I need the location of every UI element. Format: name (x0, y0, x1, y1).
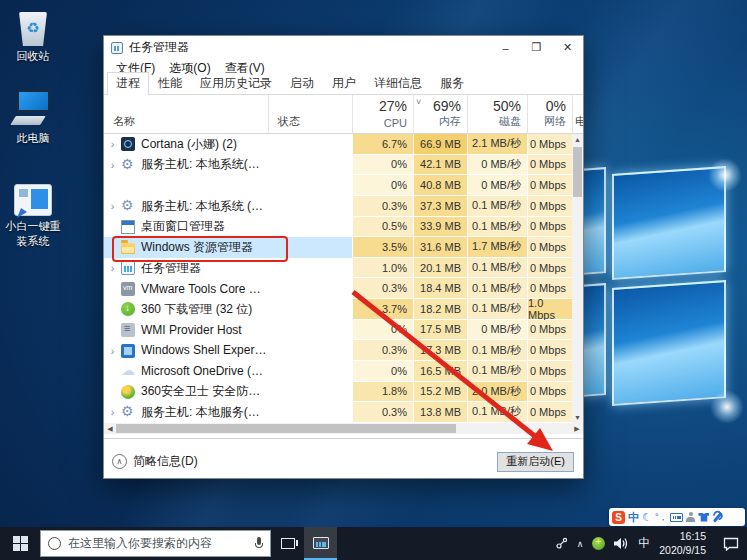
account-icon[interactable] (686, 512, 695, 522)
start-button[interactable] (0, 527, 40, 560)
fewer-details-toggle[interactable]: 简略信息(D) (133, 453, 198, 470)
process-status-cell (268, 258, 352, 279)
tab-users[interactable]: 用户 (323, 72, 365, 94)
tab-startup[interactable]: 启动 (281, 72, 323, 94)
logo-pane (612, 166, 726, 280)
process-icon-gear (121, 405, 135, 419)
expand-chevron-icon[interactable]: › (104, 159, 121, 171)
scrollbar-thumb[interactable] (573, 147, 582, 197)
process-name: Windows Shell Experience 主... (141, 342, 268, 359)
expand-chevron-icon[interactable]: › (104, 138, 121, 150)
process-cpu-cell: 0.3% (352, 278, 413, 299)
punctuation-icon[interactable]: °， (655, 513, 668, 522)
remote-access-tray-icon[interactable] (555, 537, 568, 550)
tab-details[interactable]: 详细信息 (365, 72, 431, 94)
expand-chevron-icon[interactable]: › (104, 262, 121, 274)
360-tray-icon[interactable] (592, 537, 605, 550)
skin-icon[interactable] (698, 513, 709, 522)
process-status-cell (268, 278, 352, 299)
process-disk-cell: 0.1 MB/秒 (467, 258, 527, 279)
hidden-icons-chevron[interactable]: ∧ (577, 539, 584, 549)
desktop-icon-recycle-bin[interactable]: 回收站 (2, 6, 64, 64)
tab-app-history[interactable]: 应用历史记录 (191, 72, 281, 94)
scroll-down-icon[interactable]: ▼ (572, 412, 583, 423)
process-row[interactable]: ›服务主机: 本地系统(网络受限) (7)0%42.1 MB0 MB/秒0 Mb… (104, 155, 583, 176)
process-name-cell: ›Cortana (小娜) (2) (104, 134, 268, 155)
process-mem-cell: 18.2 MB (413, 299, 467, 320)
search-input[interactable]: 在这里输入你要搜索的内容 (40, 530, 271, 557)
close-button[interactable]: ✕ (552, 36, 583, 59)
sogou-logo-icon[interactable]: S (612, 511, 625, 524)
expand-chevron-icon[interactable]: › (104, 345, 121, 357)
desktop-icon-this-pc[interactable]: 此电脑 (2, 88, 64, 146)
volume-icon[interactable] (614, 537, 629, 550)
system-tray: ∧ 中 16:15 2020/9/15 (555, 530, 747, 556)
process-row[interactable]: ›服务主机: 本地服务(网络受限) (5)0.3%13.8 MB0.1 MB/秒… (104, 402, 583, 423)
process-net-cell: 0 Mbps (527, 155, 572, 176)
microphone-icon[interactable] (255, 537, 263, 551)
minimize-button[interactable]: – (490, 36, 521, 59)
column-header-disk[interactable]: 50% 磁盘 (467, 95, 527, 133)
process-net-cell: 0 Mbps (527, 237, 572, 258)
process-row[interactable]: 360 下载管理 (32 位)3.7%18.2 MB0.1 MB/秒1.0 Mb… (104, 299, 583, 320)
column-header-network[interactable]: 0% 网络 (527, 95, 572, 133)
task-view-button[interactable] (271, 527, 304, 560)
column-header-memory[interactable]: ˅ 69% 内存 (413, 95, 467, 133)
action-center-icon[interactable] (723, 537, 739, 551)
tab-processes[interactable]: 进程 (107, 72, 149, 95)
process-net-cell: 0 Mbps (527, 258, 572, 279)
process-cpu-cell: 1.0% (352, 258, 413, 279)
maximize-button[interactable]: ❒ (521, 36, 552, 59)
process-row[interactable]: Microsoft OneDrive (32 位)0%16.5 MB0.1 MB… (104, 361, 583, 382)
process-name-cell: 360安全卫士 安全防护中心模块... (104, 382, 268, 403)
expand-chevron-icon[interactable]: › (104, 406, 121, 418)
process-row[interactable]: Windows 资源管理器3.5%31.6 MB1.7 MB/秒0 Mbps (104, 237, 583, 258)
process-row[interactable]: ›服务主机: 本地系统 (18)0.3%37.3 MB0.1 MB/秒0 Mbp… (104, 196, 583, 217)
taskbar-item-task-manager[interactable] (304, 527, 337, 560)
column-header-status[interactable]: 状态 (268, 95, 352, 133)
process-row[interactable]: WMI Provider Host0%17.5 MB0 MB/秒0 Mbps (104, 320, 583, 341)
scrollbar-thumb[interactable] (116, 424, 456, 433)
task-manager-icon (313, 537, 329, 549)
restart-button[interactable]: 重新启动(E) (497, 452, 574, 472)
tab-performance[interactable]: 性能 (149, 72, 191, 94)
vertical-scrollbar[interactable]: ▲ ▼ (572, 134, 583, 423)
process-row[interactable]: ›任务管理器1.0%20.1 MB0.1 MB/秒0 Mbps (104, 258, 583, 279)
desktop-icon-xiaobai[interactable]: 小白一键重装系统 (2, 176, 64, 249)
process-mem-cell: 20.1 MB (413, 258, 467, 279)
title-bar[interactable]: 任务管理器 – ❒ ✕ (104, 36, 583, 59)
tab-services[interactable]: 服务 (431, 72, 473, 94)
windows-logo-icon (13, 536, 28, 551)
process-row[interactable]: 360安全卫士 安全防护中心模块...1.8%15.2 MB2.0 MB/秒0 … (104, 382, 583, 403)
process-status-cell (268, 299, 352, 320)
tab-strip: 进程 性能 应用历史记录 启动 用户 详细信息 服务 (104, 77, 583, 95)
column-header-power-clipped[interactable]: 电 (572, 95, 583, 133)
process-row[interactable]: 0%40.8 MB0 MB/秒0 Mbps (104, 175, 583, 196)
chinese-mode-icon[interactable]: 中 (628, 512, 639, 523)
process-row[interactable]: ›Cortana (小娜) (2)6.7%66.9 MB2.1 MB/秒0 Mb… (104, 134, 583, 155)
cortana-icon (48, 537, 61, 550)
scroll-right-icon[interactable]: ▶ (571, 423, 583, 434)
process-disk-cell: 2.1 MB/秒 (467, 134, 527, 155)
fullwidth-moon-icon[interactable]: ☾ (642, 512, 652, 523)
scroll-left-icon[interactable]: ◀ (104, 423, 116, 434)
process-cpu-cell: 0.3% (352, 340, 413, 361)
toolbox-icon[interactable] (712, 512, 722, 522)
soft-keyboard-icon[interactable] (670, 513, 683, 522)
expand-chevron-icon[interactable]: › (104, 200, 121, 212)
taskbar-clock[interactable]: 16:15 2020/9/15 (659, 530, 706, 556)
process-row[interactable]: ›Windows Shell Experience 主...0.3%17.3 M… (104, 340, 583, 361)
clock-date: 2020/9/15 (659, 544, 706, 557)
column-header-name[interactable]: 名称 (104, 95, 268, 133)
horizontal-scrollbar[interactable]: ◀ ▶ (104, 423, 583, 434)
process-status-cell (268, 402, 352, 423)
input-language-indicator[interactable]: 中 (638, 535, 650, 552)
scroll-up-icon[interactable]: ▲ (572, 134, 583, 145)
process-row[interactable]: 桌面窗口管理器0.5%33.9 MB0.1 MB/秒0 Mbps (104, 217, 583, 238)
process-mem-cell: 15.2 MB (413, 382, 467, 403)
process-cpu-cell: 0% (352, 155, 413, 176)
process-name-cell: Windows 资源管理器 (104, 237, 268, 258)
process-status-cell (268, 237, 352, 258)
column-header-cpu[interactable]: 27% CPU (352, 95, 413, 133)
process-row[interactable]: VMware Tools Core Service0.3%18.4 MB0.1 … (104, 278, 583, 299)
